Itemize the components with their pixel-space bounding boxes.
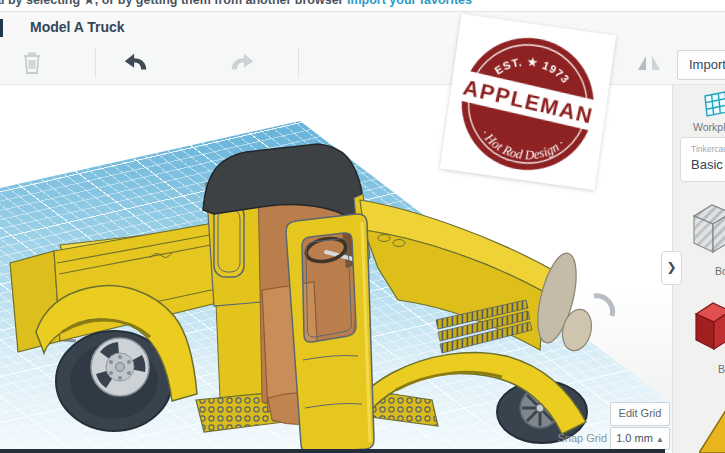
logo-edge bbox=[0, 19, 3, 37]
shape-box[interactable] bbox=[694, 297, 725, 357]
banner-text: al by selecting ★, or by getting them fr… bbox=[0, 0, 347, 7]
shape-label: Box bbox=[718, 363, 725, 375]
snap-grid-label: Snap Grid bbox=[552, 432, 607, 444]
viewport-bottom-edge bbox=[0, 449, 665, 453]
design-title[interactable]: Model A Truck bbox=[30, 19, 125, 35]
library-selected: Basic Shapes bbox=[691, 157, 725, 172]
shape-library-dropdown[interactable]: Tinkercad Basic Shapes bbox=[680, 137, 725, 182]
box-icon bbox=[694, 297, 725, 353]
redo-icon[interactable] bbox=[228, 50, 256, 76]
snap-grid-dropdown[interactable]: 1.0 mm ▲ bbox=[610, 427, 670, 450]
workplane-icon[interactable] bbox=[699, 90, 725, 118]
import-button[interactable]: Import bbox=[677, 50, 725, 80]
appleman-badge: EST. ★ 1973 APPLEMAN · Hot Rod Design · bbox=[438, 12, 619, 193]
shape-label: Box bbox=[715, 265, 725, 277]
import-favorites-link[interactable]: Import your favorites bbox=[347, 0, 472, 7]
shape-partial[interactable] bbox=[699, 410, 725, 453]
hood bbox=[360, 200, 556, 353]
panel-collapse-button[interactable]: ❯ bbox=[661, 251, 682, 285]
toolbar-divider bbox=[298, 48, 299, 78]
toolbar-divider bbox=[95, 48, 96, 78]
mirror-icon[interactable] bbox=[636, 50, 662, 76]
caret-up-icon: ▲ bbox=[656, 435, 664, 444]
trash-icon[interactable] bbox=[18, 50, 46, 76]
box-hole-icon bbox=[691, 200, 725, 258]
library-brand: Tinkercad bbox=[691, 144, 725, 154]
edit-grid-button[interactable]: Edit Grid bbox=[610, 402, 670, 426]
partial-shape-icon bbox=[699, 410, 725, 453]
workplane-label: Workplane bbox=[693, 121, 725, 133]
shape-box-hole[interactable] bbox=[691, 200, 725, 262]
top-banner: al by selecting ★, or by getting them fr… bbox=[0, 0, 725, 11]
undo-icon[interactable] bbox=[122, 50, 150, 76]
